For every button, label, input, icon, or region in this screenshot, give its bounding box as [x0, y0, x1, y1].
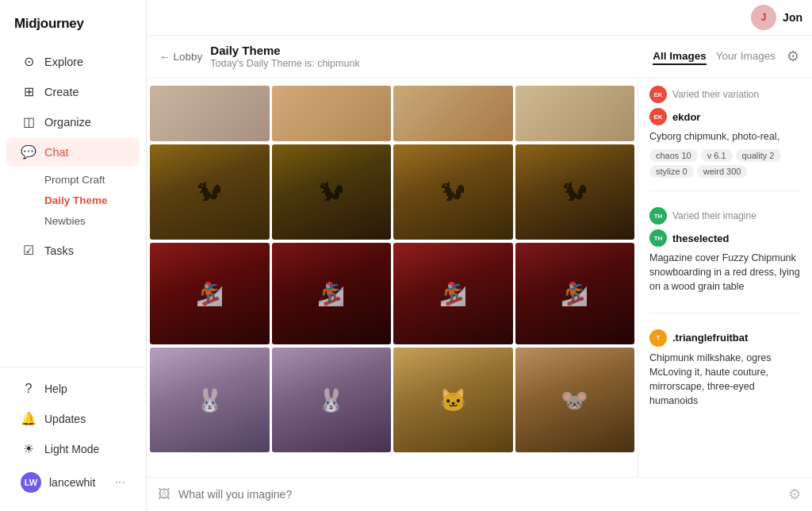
image-cell[interactable] [272, 86, 392, 141]
activity-user-row: TH theselected [649, 229, 801, 247]
sidebar-item-newbies[interactable]: Newbies [36, 211, 146, 231]
activity-avatar-2: TH [649, 229, 667, 247]
header-title-block: Daily Theme Today's Daily Theme is: chip… [210, 44, 359, 69]
image-cell[interactable]: 🐱 [393, 348, 513, 452]
image-row [150, 84, 634, 143]
image-cell[interactable]: 🐿 [515, 144, 635, 240]
sidebar-item-tasks[interactable]: ☑ Tasks [6, 236, 140, 265]
settings-icon[interactable]: ⚙ [787, 48, 799, 65]
app-logo: Midjourney [0, 0, 146, 43]
activity-label: Varied their variation [672, 89, 759, 100]
activity-avatar: EK [649, 86, 667, 103]
activity-prompt: Chipmunk milkshake, ogres McLoving it, h… [649, 351, 801, 409]
activity-item: EK Varied their variation EK ekdor Cybor… [649, 86, 801, 191]
image-cell[interactable]: 🐭 [515, 348, 635, 452]
sidebar-item-organize[interactable]: ◫ Organize [6, 107, 140, 136]
activity-label: Varied their imagine [672, 210, 756, 221]
image-cell[interactable] [515, 86, 635, 141]
main-header: ← Lobby Daily Theme Today's Daily Theme … [147, 36, 812, 78]
username: lancewhit [49, 476, 107, 489]
activity-username: theselected [672, 232, 730, 244]
activity-user-row: EK ekdor [649, 108, 801, 125]
tag: quality 2 [736, 149, 781, 162]
activity-tags: chaos 10 v 6.1 quality 2 stylize 0 weird… [649, 149, 801, 178]
tab-all-images[interactable]: All Images [653, 48, 707, 65]
image-cell[interactable]: 🏂 [393, 243, 513, 344]
image-cell[interactable]: 🐿 [150, 144, 270, 240]
tab-your-images[interactable]: Your Images [716, 48, 776, 65]
avatar: LW [21, 472, 41, 493]
main-content: J Jon ← Lobby Daily Theme Today's Daily … [147, 0, 812, 511]
activity-avatar-2: EK [649, 108, 667, 125]
activity-user-row: T .trianglefruitbat [649, 329, 801, 347]
chat-sub-nav: Prompt Craft Daily Theme Newbies [0, 167, 146, 235]
activity-prompt: Cyborg chipmunk, photo-real, [649, 129, 801, 144]
image-cell[interactable]: 🐰 [150, 348, 270, 452]
tag: stylize 0 [649, 165, 694, 178]
image-icon: 🖼 [158, 487, 170, 501]
images-panel: 🐿 🐿 🐿 🐿 🏂 🏂 [147, 78, 638, 477]
sidebar-item-explore[interactable]: ⊙ Explore [6, 47, 140, 76]
activity-avatar: T [649, 329, 667, 347]
tasks-icon: ☑ [21, 243, 36, 258]
bottom-bar: 🖼 ⚙ [147, 477, 812, 511]
filter-tabs: All Images Your Images [653, 48, 776, 65]
sidebar-bottom: ? Help 🔔 Updates ☀ Light Mode LW lancewh… [0, 367, 146, 511]
header-left: ← Lobby Daily Theme Today's Daily Theme … [159, 44, 360, 69]
tag: chaos 10 [649, 149, 698, 162]
help-icon: ? [21, 382, 36, 396]
activity-username: ekdor [672, 111, 700, 123]
image-cell[interactable]: 🏂 [272, 243, 392, 344]
image-cell[interactable]: 🏂 [150, 243, 270, 344]
header-right: All Images Your Images ⚙ [653, 48, 799, 65]
sidebar: Midjourney ⊙ Explore ⊞ Create ◫ Organize… [0, 0, 147, 511]
explore-icon: ⊙ [21, 54, 36, 69]
chat-icon: 💬 [21, 144, 36, 159]
activity-item: TH Varied their imagine TH theselected M… [649, 207, 801, 313]
more-options-icon[interactable]: ··· [115, 475, 125, 490]
image-cell[interactable]: 🐿 [393, 144, 513, 240]
tag: weird 300 [697, 165, 748, 178]
image-cell[interactable]: 🐿 [272, 144, 392, 240]
activity-username: .trianglefruitbat [672, 332, 748, 344]
right-panel: EK Varied their variation EK ekdor Cybor… [638, 78, 812, 477]
image-cell[interactable]: 🐰 [272, 348, 392, 452]
image-cell[interactable] [393, 86, 513, 141]
activity-prompt: Magazine cover Fuzzy Chipmunk snowboardi… [649, 251, 801, 294]
sidebar-item-prompt-craft[interactable]: Prompt Craft [36, 170, 146, 190]
create-icon: ⊞ [21, 84, 36, 99]
page-subtitle: Today's Daily Theme is: chipmunk [210, 58, 359, 69]
jon-name: Jon [783, 11, 802, 24]
image-row: 🐰 🐰 🐱 🐭 [150, 346, 634, 454]
sidebar-item-help[interactable]: ? Help [6, 375, 140, 403]
content-area: 🐿 🐿 🐿 🐿 🏂 🏂 [147, 78, 812, 477]
back-button[interactable]: ← Lobby [159, 51, 202, 63]
sidebar-item-create[interactable]: ⊞ Create [6, 77, 140, 106]
activity-item: T .trianglefruitbat Chipmunk milkshake, … [649, 329, 801, 427]
sidebar-nav: ⊙ Explore ⊞ Create ◫ Organize 💬 Chat Pro… [0, 43, 146, 367]
jon-avatar: J [751, 5, 776, 30]
activity-avatar: TH [649, 207, 667, 225]
image-cell[interactable]: 🏂 [515, 243, 635, 344]
image-cell[interactable] [150, 86, 270, 141]
back-arrow-icon: ← [159, 51, 170, 63]
sidebar-item-updates[interactable]: 🔔 Updates [6, 404, 140, 433]
sidebar-item-chat[interactable]: 💬 Chat [6, 137, 140, 167]
sidebar-item-daily-theme[interactable]: Daily Theme [36, 190, 146, 210]
activity-header: TH Varied their imagine [649, 207, 801, 225]
page-title: Daily Theme [210, 44, 359, 57]
tag: v 6.1 [701, 149, 733, 162]
activity-header: EK Varied their variation [649, 86, 801, 103]
image-row: 🏂 🏂 🏂 🏂 [150, 241, 634, 346]
sun-icon: ☀ [21, 441, 36, 456]
jon-profile-bar: J Jon [147, 0, 812, 36]
image-row: 🐿 🐿 🐿 🐿 [150, 143, 634, 241]
user-profile[interactable]: LW lancewhit ··· [6, 464, 140, 501]
input-settings-icon[interactable]: ⚙ [788, 486, 801, 503]
organize-icon: ◫ [21, 114, 36, 129]
prompt-input[interactable] [178, 488, 780, 501]
sidebar-item-light-mode[interactable]: ☀ Light Mode [6, 434, 140, 463]
bell-icon: 🔔 [21, 411, 36, 426]
